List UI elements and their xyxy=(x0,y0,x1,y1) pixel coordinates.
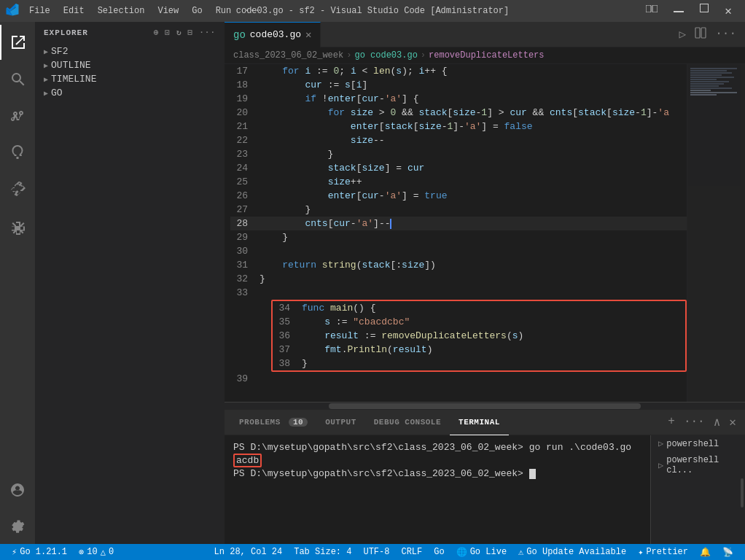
line-num-36: 36 xyxy=(273,329,302,343)
breadcrumb: class_2023_06_02_week › go code03.go › r… xyxy=(225,47,745,64)
status-go-live[interactable]: 🌐 Go Live xyxy=(450,544,512,560)
breadcrumb-file[interactable]: go code03.go xyxy=(354,50,417,61)
code-line-38: 38 } xyxy=(273,357,685,370)
status-go-update[interactable]: ⚠ Go Update Available xyxy=(512,544,632,560)
settings-icon[interactable] xyxy=(0,509,35,544)
status-cursor-position[interactable]: Ln 28, Col 24 xyxy=(208,544,289,560)
sidebar-item-timeline[interactable]: ▶ TIMELINE xyxy=(35,72,225,86)
accounts-icon[interactable] xyxy=(0,472,35,508)
editor-body: 17 for i := 0; i < len(s); i++ { 18 cur … xyxy=(225,64,745,402)
menu-selection[interactable]: Selection xyxy=(92,4,151,18)
activity-extensions[interactable] xyxy=(0,171,35,206)
new-file-icon[interactable]: ⊕ xyxy=(154,28,160,37)
breadcrumb-separator: › xyxy=(421,50,426,61)
terminal-content[interactable]: PS D:\mysetup\gopath\src\sf2\class_2023_… xyxy=(225,435,650,544)
menu-view[interactable]: View xyxy=(152,4,184,18)
titlebar-left: File Edit Selection View Go Run ··· xyxy=(6,3,266,20)
minimap[interactable] xyxy=(687,64,745,402)
sidebar-item-outline[interactable]: ▶ OUTLINE xyxy=(35,58,225,72)
horizontal-scrollbar[interactable] xyxy=(225,402,745,409)
breadcrumb-folder[interactable]: class_2023_06_02_week xyxy=(233,50,343,61)
new-terminal-button[interactable]: + xyxy=(665,413,678,431)
close-button[interactable]: ✕ xyxy=(717,1,739,21)
panel-actions: + ··· ∧ ✕ xyxy=(665,413,739,431)
refresh-icon[interactable]: ↻ xyxy=(176,28,182,37)
line-num-26: 26 xyxy=(230,189,260,203)
panel-tab-output[interactable]: OUTPUT xyxy=(316,410,365,435)
go-live-text: Go Live xyxy=(470,547,507,557)
sidebar-item-label: OUTLINE xyxy=(51,60,91,71)
main-container: Explorer ⊕ ⊡ ↻ ⊟ ··· ▶ SF2 ▶ OUTLINE ▶ T… xyxy=(0,22,745,544)
minimize-button[interactable] xyxy=(666,1,691,21)
sidebar-item-go[interactable]: ▶ GO xyxy=(35,86,225,100)
menu-go[interactable]: Go xyxy=(186,4,208,18)
menu-file[interactable]: File xyxy=(23,4,56,18)
status-language[interactable]: Go xyxy=(428,544,450,560)
terminal-prompt: PS D:\mysetup\gopath\src\sf2\class_2023_… xyxy=(233,442,631,453)
code-line-35: 35 s := "cbacdcbc" xyxy=(273,315,685,329)
terminal-instance-label-1: powershell xyxy=(666,439,719,449)
activity-test[interactable] xyxy=(0,210,35,245)
line-num-33: 33 xyxy=(230,286,260,300)
line-num-35: 35 xyxy=(273,315,302,329)
status-tab-size[interactable]: Tab Size: 4 xyxy=(288,544,357,560)
more-actions-button[interactable]: ··· xyxy=(712,26,739,44)
globe-icon: 🌐 xyxy=(456,547,467,558)
more-options-icon[interactable]: ··· xyxy=(199,28,216,37)
code-content[interactable]: 17 for i := 0; i < len(s); i++ { 18 cur … xyxy=(225,64,687,402)
panel-tab-terminal[interactable]: TERMINAL xyxy=(450,410,509,435)
sidebar-item-label: GO xyxy=(51,88,63,98)
new-folder-icon[interactable]: ⊡ xyxy=(165,28,171,37)
code-line-21: 21 enter[stack[size-1]-'a'] = false xyxy=(230,120,687,133)
maximize-panel-button[interactable]: ∧ xyxy=(711,413,724,431)
activity-explorer[interactable] xyxy=(0,25,35,60)
status-go-version[interactable]: ⚡ Go 1.21.1 xyxy=(6,544,73,560)
activity-source-control[interactable] xyxy=(0,98,35,133)
activity-search[interactable] xyxy=(0,61,35,96)
status-encoding[interactable]: UTF-8 xyxy=(357,544,395,560)
status-errors-warnings[interactable]: ⊗ 10 △ 0 xyxy=(73,544,120,560)
terminal-instance-powershell-2[interactable]: ▷ powershell cl... xyxy=(651,452,745,478)
status-notifications[interactable]: 🔔 xyxy=(694,544,717,560)
tab-close-button[interactable]: ✕ xyxy=(305,28,311,41)
split-editor-button[interactable] xyxy=(692,26,709,44)
code-line-32: 32 } xyxy=(230,272,687,286)
panel-tab-debug-console[interactable]: DEBUG CONSOLE xyxy=(365,410,450,435)
close-panel-button[interactable]: ✕ xyxy=(726,413,739,431)
panel-tab-label-debug: DEBUG CONSOLE xyxy=(374,418,441,427)
breadcrumb-function[interactable]: removeDuplicateLetters xyxy=(429,50,544,61)
panel-tab-problems[interactable]: PROBLEMS 10 xyxy=(230,410,316,435)
line-content-26: enter[cur-'a'] = true xyxy=(260,189,448,203)
terminal-line-2: acdb xyxy=(233,454,641,467)
menu-run[interactable]: Run xyxy=(210,4,238,18)
terminal-line-3: PS D:\mysetup\gopath\src\sf2\class_2023_… xyxy=(233,467,641,481)
line-content-35: s := "cbacdcbc" xyxy=(302,315,410,329)
error-icon: ⊗ xyxy=(79,547,84,558)
highlighted-block: 34 func main() { 35 s := "cbacdcbc" 36 r… xyxy=(271,300,687,372)
code-line-28: 28 cnts[cur-'a']-- xyxy=(230,217,687,230)
line-num-25: 25 xyxy=(230,175,260,189)
sidebar-item-sf2[interactable]: ▶ SF2 xyxy=(35,44,225,58)
line-content-22: size-- xyxy=(260,133,385,147)
menu-edit[interactable]: Edit xyxy=(58,4,90,18)
status-line-ending[interactable]: CRLF xyxy=(395,544,428,560)
code-line-37: 37 fmt.Println(result) xyxy=(273,343,685,357)
code-line-23: 23 } xyxy=(230,147,687,161)
window-layout-icon[interactable] xyxy=(639,1,665,21)
terminal-scrollbar-thumb[interactable] xyxy=(741,478,744,508)
status-prettier[interactable]: ✦ Prettier xyxy=(632,544,694,560)
svg-rect-1 xyxy=(652,5,658,12)
broadcast-icon: 📡 xyxy=(722,547,733,558)
status-broadcast[interactable]: 📡 xyxy=(717,544,739,560)
errors-count: 10 xyxy=(87,547,97,557)
minimap-content xyxy=(687,64,745,402)
terminal-instance-powershell[interactable]: ▷ powershell xyxy=(651,435,745,452)
run-file-button[interactable]: ▷ xyxy=(676,26,690,44)
maximize-button[interactable] xyxy=(693,1,716,21)
tab-code03-go[interactable]: go code03.go ✕ xyxy=(225,22,321,47)
code-line-24: 24 stack[size] = cur xyxy=(230,161,687,175)
collapse-all-icon[interactable]: ⊟ xyxy=(188,28,194,37)
activity-run-debug[interactable] xyxy=(0,134,35,169)
split-terminal-button[interactable]: ··· xyxy=(681,413,708,431)
line-num-27: 27 xyxy=(230,203,260,217)
